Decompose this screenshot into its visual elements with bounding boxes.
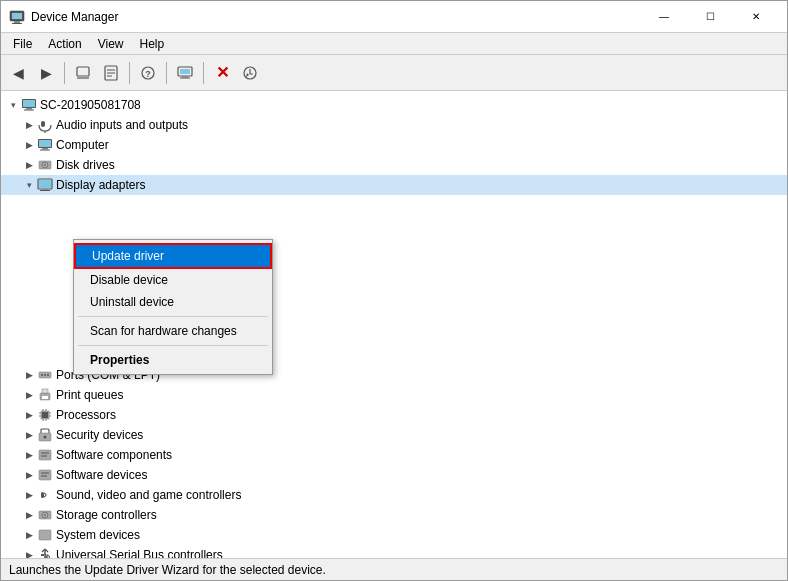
toolbar-separator-1: [64, 62, 65, 84]
svg-rect-39: [42, 389, 48, 393]
svg-rect-26: [40, 150, 50, 151]
ports-icon: [37, 367, 53, 383]
tree-item-sound[interactable]: ▶ Sound, video and game controllers: [1, 485, 787, 505]
context-menu: Update driver Disable device Uninstall d…: [73, 239, 273, 375]
tree-label-storage: Storage controllers: [56, 508, 157, 522]
svg-rect-21: [41, 121, 45, 127]
computer-button[interactable]: [172, 60, 198, 86]
tree-item-softdev[interactable]: ▶ Software devices: [1, 465, 787, 485]
tree-item-proc[interactable]: ▶ Processors: [1, 405, 787, 425]
toolbar-separator-3: [166, 62, 167, 84]
status-text: Launches the Update Driver Wizard for th…: [9, 563, 326, 577]
sysdev-icon: [37, 527, 53, 543]
tree-label-root: SC-201905081708: [40, 98, 141, 112]
forward-button[interactable]: ▶: [33, 60, 59, 86]
security-icon: [37, 427, 53, 443]
tree-label-disk: Disk drives: [56, 158, 115, 172]
menu-action[interactable]: Action: [40, 35, 89, 53]
svg-point-53: [44, 436, 47, 439]
expand-arrow-storage: ▶: [21, 507, 37, 523]
computer-sm-icon: [37, 137, 53, 153]
expand-arrow-proc: ▶: [21, 407, 37, 423]
svg-rect-20: [24, 110, 34, 111]
svg-text:?: ?: [145, 69, 151, 79]
tree-item-softcomp[interactable]: ▶ Software components: [1, 445, 787, 465]
tree-label-display: Display adapters: [56, 178, 145, 192]
minimize-button[interactable]: —: [641, 1, 687, 33]
ctx-uninstall-device[interactable]: Uninstall device: [74, 291, 272, 313]
ctx-disable-device[interactable]: Disable device: [74, 269, 272, 291]
tree-label-sec: Security devices: [56, 428, 143, 442]
tree-label-sound: Sound, video and game controllers: [56, 488, 241, 502]
computer-icon: [21, 97, 37, 113]
svg-rect-4: [77, 67, 89, 76]
ctx-scan[interactable]: Scan for hardware changes: [74, 320, 272, 342]
svg-point-36: [44, 374, 46, 376]
ctx-properties[interactable]: Properties: [74, 349, 272, 371]
svg-rect-60: [41, 492, 44, 498]
svg-rect-42: [42, 412, 48, 418]
tree-item-sysdev[interactable]: ▶ System devices: [1, 525, 787, 545]
tree-item-root[interactable]: ▾ SC-201905081708: [1, 95, 787, 115]
svg-rect-25: [42, 148, 48, 150]
softcomp-icon: [37, 447, 53, 463]
expand-arrow-softdev: ▶: [21, 467, 37, 483]
maximize-button[interactable]: ☐: [687, 1, 733, 33]
tree-item-usb[interactable]: ▶ Universal Serial Bus controllers: [1, 545, 787, 558]
tree-label-sysdev: System devices: [56, 528, 140, 542]
svg-point-63: [44, 514, 46, 516]
back-button[interactable]: ◀: [5, 60, 31, 86]
tree-item-computer[interactable]: ▶ Computer: [1, 135, 787, 155]
tree-item-audio[interactable]: ▶ Audio inputs and outputs: [1, 115, 787, 135]
title-bar: Device Manager — ☐ ✕: [1, 1, 787, 33]
expand-arrow-softcomp: ▶: [21, 447, 37, 463]
context-menu-separator: [78, 316, 268, 317]
svg-rect-57: [39, 470, 51, 480]
tree-item-storage[interactable]: ▶ Storage controllers: [1, 505, 787, 525]
usb-icon: [37, 547, 53, 558]
expand-arrow-disk: ▶: [21, 157, 37, 173]
tree-label-print: Print queues: [56, 388, 123, 402]
svg-rect-64: [39, 530, 51, 540]
svg-rect-40: [42, 396, 48, 399]
expand-arrow-audio: ▶: [21, 117, 37, 133]
tree-label-usb: Universal Serial Bus controllers: [56, 548, 223, 558]
expand-arrow-usb: ▶: [21, 547, 37, 558]
svg-point-37: [47, 374, 49, 376]
window-title: Device Manager: [31, 10, 641, 24]
printer-icon: [37, 387, 53, 403]
tree-item-display[interactable]: ▾ Display adapters: [1, 175, 787, 195]
menu-view[interactable]: View: [90, 35, 132, 53]
svg-rect-14: [182, 76, 188, 78]
tree-item-sec[interactable]: ▶ Security devices: [1, 425, 787, 445]
menu-help[interactable]: Help: [132, 35, 173, 53]
expand-arrow-computer: ▶: [21, 137, 37, 153]
expand-arrow-sec: ▶: [21, 427, 37, 443]
audio-icon: [37, 117, 53, 133]
svg-rect-32: [42, 189, 48, 190]
properties-button[interactable]: [98, 60, 124, 86]
show-hide-button[interactable]: [70, 60, 96, 86]
expand-arrow-ports: ▶: [21, 367, 37, 383]
svg-rect-18: [23, 100, 35, 107]
expand-arrow-sysdev: ▶: [21, 527, 37, 543]
svg-rect-2: [14, 21, 20, 23]
svg-rect-33: [40, 190, 50, 191]
tree-item-print[interactable]: ▶ Print queues: [1, 385, 787, 405]
help-button[interactable]: ?: [135, 60, 161, 86]
storage-icon: [37, 507, 53, 523]
menu-file[interactable]: File: [5, 35, 40, 53]
uninstall-button[interactable]: ✕: [209, 60, 235, 86]
tree-label-computer: Computer: [56, 138, 109, 152]
expand-arrow-print: ▶: [21, 387, 37, 403]
svg-rect-1: [12, 13, 22, 19]
tree-item-disk[interactable]: ▶ Disk drives: [1, 155, 787, 175]
window-controls: — ☐ ✕: [641, 1, 779, 33]
tree-label-audio: Audio inputs and outputs: [56, 118, 188, 132]
ctx-update-driver[interactable]: Update driver: [74, 243, 272, 269]
sound-icon: [37, 487, 53, 503]
context-menu-separator-2: [78, 345, 268, 346]
close-button[interactable]: ✕: [733, 1, 779, 33]
scan-button[interactable]: [237, 60, 263, 86]
disk-icon: [37, 157, 53, 173]
